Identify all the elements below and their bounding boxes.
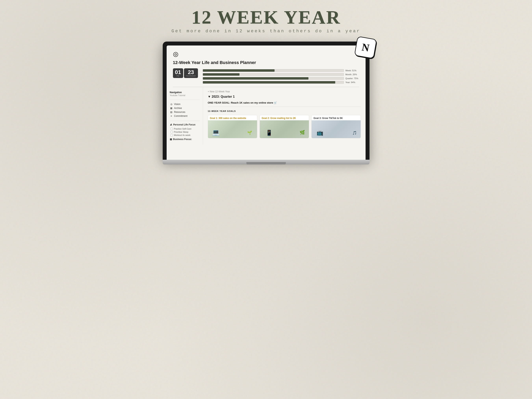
laptop-frame: ◎ 12-Week Year Life and Business Planner… bbox=[163, 42, 369, 160]
progress-label-year: Year: 94% bbox=[345, 81, 359, 83]
clock-widget: 01 PM 23 THURSDAY bbox=[173, 68, 198, 78]
subtitle: Get more done in 12 weeks than others do… bbox=[171, 29, 361, 34]
goal-card-3[interactable]: Goal 3: Grow TikTok to 5K bbox=[311, 115, 361, 138]
focus-label-sleep: Prioritise Sleep bbox=[174, 131, 189, 133]
sidebar: Navigation Youtube Tutorial ◎ Vision ▦ A… bbox=[167, 87, 203, 145]
notion-badge: N bbox=[354, 36, 377, 59]
clock-minute-block: 23 THURSDAY bbox=[184, 68, 198, 78]
clock-hour: 01 bbox=[175, 70, 181, 75]
target-icon: ◎ bbox=[173, 50, 359, 58]
progress-label-week: Week: 51% bbox=[345, 69, 359, 72]
progress-bar-year bbox=[203, 81, 344, 84]
progress-row-year: Year: 94% bbox=[203, 81, 359, 84]
checkbox-selfcare[interactable] bbox=[171, 128, 173, 130]
progress-fill-week bbox=[203, 69, 275, 72]
resources-icon: ▤ bbox=[170, 111, 173, 114]
progress-row-week: Week: 51% bbox=[203, 69, 359, 72]
progress-bars: Week: 51% Month: 26% bbox=[203, 68, 359, 84]
app-content: ◎ 12-Week Year Life and Business Planner… bbox=[167, 45, 366, 145]
business-focus-label: Business Focus: bbox=[173, 138, 192, 141]
goal-card-2-title: Goal 2: Grow mailing list to 2K bbox=[260, 115, 309, 120]
sidebar-divider bbox=[170, 100, 200, 100]
personal-life-focus-header: ♟ Personal Life Focus bbox=[170, 123, 200, 126]
goal-card-1-title: Goal 1: 300 sales on the website bbox=[208, 115, 257, 120]
progress-label-quarter: Quarter: 75% bbox=[345, 77, 359, 80]
sidebar-label-vision: Vision bbox=[174, 103, 180, 106]
checkbox-workout[interactable] bbox=[171, 134, 173, 136]
sidebar-label-resources: Resources bbox=[174, 111, 185, 114]
sidebar-item-vision[interactable]: ◎ Vision bbox=[170, 102, 200, 106]
new-12week-link[interactable]: + New 12-Week Year bbox=[208, 90, 361, 93]
laptop-screen: ◎ 12-Week Year Life and Business Planner… bbox=[167, 45, 366, 160]
goal-cards: Goal 1: 300 sales on the website Goal 2:… bbox=[208, 115, 361, 138]
clock-minute-label: THURSDAY bbox=[186, 75, 196, 77]
personal-life-focus-title: Personal Life Focus bbox=[173, 123, 196, 126]
progress-section: 01 PM 23 THURSDAY bbox=[173, 68, 359, 84]
nav-heading: Navigation bbox=[170, 91, 200, 94]
notion-letter: N bbox=[361, 41, 370, 54]
progress-bar-week bbox=[203, 69, 344, 72]
progress-bar-quarter bbox=[203, 77, 344, 80]
main-title: 12 WEEK YEAR bbox=[191, 8, 341, 27]
quarter-arrow: ▼ bbox=[208, 95, 212, 98]
focus-item-workout: Workout 4x week bbox=[170, 134, 200, 136]
clock-minute: 23 bbox=[188, 70, 194, 75]
business-icon: ▦ bbox=[170, 138, 172, 141]
app-title: 12-Week Year Life and Business Planner bbox=[173, 60, 359, 65]
laptop-wrapper: N ◎ 12-Week Year Life and Business Plann… bbox=[163, 42, 369, 165]
focus-item-sleep: Prioritise Sleep bbox=[170, 131, 200, 133]
main-area: Navigation Youtube Tutorial ◎ Vision ▦ A… bbox=[167, 87, 366, 145]
progress-row-quarter: Quarter: 75% bbox=[203, 77, 359, 80]
progress-bar-month bbox=[203, 73, 344, 76]
sidebar-label-archive: Archive bbox=[174, 107, 182, 109]
nav-subheading: Youtube Tutorial bbox=[170, 94, 200, 96]
focus-label-selfcare: Practice Self-Care bbox=[174, 128, 191, 130]
goals-heading: 12-WEEK YEAR GOALS bbox=[208, 110, 361, 112]
goal-card-1-image bbox=[208, 120, 257, 138]
vision-icon: ◎ bbox=[170, 103, 173, 106]
commitment-icon: ≡ bbox=[170, 115, 173, 117]
clock-hour-block: 01 PM bbox=[173, 68, 183, 78]
personal-life-focus-section: ♟ Personal Life Focus Practice Self-Care bbox=[170, 121, 200, 141]
sidebar-label-commitment: Commitment bbox=[174, 115, 188, 117]
content-area: + New 12-Week Year ▼ 2023: Quarter 1 ONE… bbox=[203, 87, 366, 145]
personal-life-icon: ♟ bbox=[170, 123, 172, 126]
goal-card-3-title: Goal 3: Grow TikTok to 5K bbox=[312, 115, 361, 120]
progress-row-month: Month: 26% bbox=[203, 73, 359, 76]
progress-fill-month bbox=[203, 73, 240, 76]
sidebar-item-commitment[interactable]: ≡ Commitment bbox=[170, 114, 200, 118]
quarter-label: 2023: Quarter 1 bbox=[212, 95, 235, 98]
one-year-goal: ONE-YEAR GOAL: Reach 1K sales on my onli… bbox=[208, 101, 361, 107]
sidebar-item-resources[interactable]: ▤ Resources bbox=[170, 110, 200, 114]
progress-label-month: Month: 26% bbox=[345, 73, 359, 76]
business-focus-header: ▦ Business Focus: bbox=[170, 138, 200, 141]
clock-hour-label: PM bbox=[177, 75, 179, 77]
goal-card-3-image bbox=[312, 120, 361, 138]
goal-card-2-image bbox=[260, 120, 309, 138]
checkbox-sleep[interactable] bbox=[171, 131, 173, 133]
quarter-header: ▼ 2023: Quarter 1 bbox=[208, 95, 361, 98]
goal-card-1[interactable]: Goal 1: 300 sales on the website bbox=[208, 115, 257, 138]
progress-fill-year bbox=[203, 81, 335, 83]
archive-icon: ▦ bbox=[170, 107, 173, 109]
focus-label-workout: Workout 4x week bbox=[174, 134, 190, 136]
app-header: ◎ 12-Week Year Life and Business Planner… bbox=[167, 45, 366, 87]
focus-item-selfcare: Practice Self-Care bbox=[170, 128, 200, 130]
progress-fill-quarter bbox=[203, 77, 308, 80]
laptop-base bbox=[163, 160, 369, 165]
page-wrapper: 12 WEEK YEAR Get more done in 12 weeks t… bbox=[158, 8, 374, 165]
goal-card-2[interactable]: Goal 2: Grow mailing list to 2K bbox=[260, 115, 309, 138]
sidebar-item-archive[interactable]: ▦ Archive bbox=[170, 106, 200, 110]
